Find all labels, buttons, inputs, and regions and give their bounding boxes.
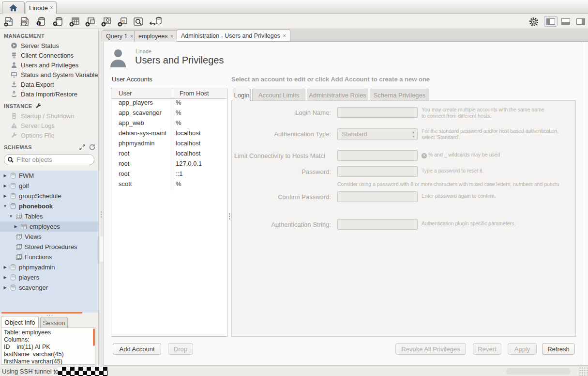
create-procedure-icon[interactable] xyxy=(100,16,113,28)
schema-filter-box[interactable] xyxy=(4,154,94,165)
search-data-icon[interactable] xyxy=(132,16,145,28)
server-status-icon xyxy=(11,42,17,49)
spinner-arrows-icon[interactable]: ▲▼ xyxy=(412,130,415,139)
inspect-database-icon[interactable]: i xyxy=(34,16,48,28)
chevron-right-icon[interactable]: ▶ xyxy=(3,194,7,198)
sidebar-item-status-system-variables[interactable]: Status and System Variables xyxy=(0,70,98,79)
splitter-grip[interactable] xyxy=(46,314,53,316)
tab-employees[interactable]: employees × xyxy=(134,31,178,42)
reconnect-dba-icon[interactable] xyxy=(149,16,163,28)
object-info-panel: Table: employees Columns: ID int(11) AI … xyxy=(1,328,95,365)
chevron-right-icon[interactable]: ▶ xyxy=(3,173,7,178)
tree-item-schema-phonebook[interactable]: ▼ phonebook xyxy=(0,201,98,211)
tab-session[interactable]: Session xyxy=(40,317,68,328)
password-input[interactable] xyxy=(337,166,418,177)
sidebar-item-startup-shutdown[interactable]: Startup / Shutdown xyxy=(0,111,98,121)
sidebar-item-data-import[interactable]: Data Import/Restore xyxy=(0,89,98,99)
table-row[interactable]: scott% xyxy=(111,180,227,190)
new-sql-tab-icon[interactable]: SQL xyxy=(2,16,15,28)
chevron-down-icon[interactable]: ▼ xyxy=(9,214,13,219)
revert-button[interactable]: Revert xyxy=(473,343,501,355)
schema-filter-input[interactable] xyxy=(16,156,89,163)
tree-item-schema[interactable]: ▶ scavenger xyxy=(0,282,98,293)
toggle-sidebar-button[interactable] xyxy=(544,16,558,27)
chevron-right-icon[interactable]: ▶ xyxy=(3,275,7,280)
sidebar-item-users-and-privileges[interactable]: Users and Privileges xyxy=(0,60,98,70)
column-header-from-host[interactable]: From Host xyxy=(172,88,209,98)
refresh-schemas-icon[interactable] xyxy=(89,144,95,150)
sidebar-item-server-status[interactable]: Server Status xyxy=(0,41,98,50)
add-account-button[interactable]: Add Account xyxy=(113,343,161,355)
chevron-right-icon[interactable]: ▶ xyxy=(14,224,18,229)
table-row[interactable]: phpmyadminlocalhost xyxy=(111,140,227,150)
table-row[interactable]: debian-sys-maintlocalhost xyxy=(111,129,227,140)
tree-item-table-employees[interactable]: ▶ employees xyxy=(0,221,98,232)
table-row[interactable]: root127.0.0.1 xyxy=(111,160,227,170)
open-sql-script-icon[interactable]: SQL xyxy=(18,16,31,28)
tree-item-schema[interactable]: ▶ golf xyxy=(0,181,98,191)
home-tab[interactable] xyxy=(2,1,25,14)
close-icon[interactable]: × xyxy=(50,5,53,11)
tree-item-tables-folder[interactable]: ▼ Tables xyxy=(0,211,98,221)
chevron-right-icon[interactable]: ▶ xyxy=(3,285,7,290)
tab-schema-privileges[interactable]: Schema Privileges xyxy=(370,89,429,101)
tree-item-schema[interactable]: ▶ FWM xyxy=(0,171,98,181)
create-schema-icon[interactable] xyxy=(51,16,65,28)
chevron-down-icon[interactable]: ▼ xyxy=(3,204,7,208)
auth-type-select[interactable]: Standard ▲▼ xyxy=(337,128,418,140)
tree-item-schema[interactable]: ▶ players xyxy=(0,272,98,282)
tab-account-limits[interactable]: Account Limits xyxy=(252,89,305,101)
table-row[interactable]: rootlocalhost xyxy=(111,150,227,160)
password-note: Consider using a password with 8 or more… xyxy=(337,181,575,187)
toggle-output-button[interactable] xyxy=(559,16,573,27)
user-accounts-table: User From Host app_players% app_scavenge… xyxy=(111,88,227,337)
create-view-icon[interactable] xyxy=(84,16,97,28)
tree-item-schema[interactable]: ▶ phpmyadmin xyxy=(0,262,98,272)
sidebar-item-options-file[interactable]: Options File xyxy=(0,130,98,140)
tree-item-functions-folder[interactable]: Functions xyxy=(0,252,98,262)
confirm-password-input[interactable] xyxy=(337,191,418,202)
limit-hosts-input[interactable] xyxy=(337,150,418,161)
toggle-secondary-sidebar-button[interactable] xyxy=(574,16,588,27)
drop-button[interactable]: Drop xyxy=(168,343,193,355)
revoke-all-privileges-button[interactable]: Revoke All Privileges xyxy=(395,343,466,355)
views-folder-icon xyxy=(15,234,22,240)
sidebar-splitter[interactable] xyxy=(98,29,104,366)
close-icon[interactable]: × xyxy=(130,33,133,39)
sidebar-item-data-export[interactable]: Data Export xyxy=(0,79,98,89)
expand-schemas-icon[interactable] xyxy=(79,144,85,150)
login-name-input[interactable] xyxy=(337,107,418,118)
sidebar-item-client-connections[interactable]: Client Connections xyxy=(0,50,98,60)
resize-grip[interactable] xyxy=(579,367,588,376)
tab-administration-users-privileges[interactable]: Administration - Users and Privileges × xyxy=(177,30,290,42)
gear-icon[interactable] xyxy=(527,16,541,28)
table-row[interactable]: app_scavenger% xyxy=(111,109,227,119)
table-row[interactable]: app_web% xyxy=(111,119,227,129)
tab-query-1[interactable]: Query 1 × xyxy=(102,31,137,42)
editor-tab-bar: Query 1 × employees × Administration - U… xyxy=(104,29,588,42)
connection-name: Linode xyxy=(136,48,151,54)
tab-object-info[interactable]: Object Info xyxy=(1,316,39,328)
auth-string-input[interactable] xyxy=(337,219,418,230)
user-icon xyxy=(11,62,17,68)
chevron-right-icon[interactable]: ▶ xyxy=(3,265,7,269)
table-row[interactable]: app_players% xyxy=(111,99,227,109)
tree-item-stored-procedures-folder[interactable]: Stored Procedures xyxy=(0,242,98,252)
tab-login[interactable]: Login xyxy=(233,89,251,101)
column-header-user[interactable]: User xyxy=(111,88,172,98)
close-icon[interactable]: × xyxy=(283,33,286,39)
apply-button[interactable]: Apply xyxy=(508,343,537,355)
scrollbar-thumb[interactable] xyxy=(93,329,95,346)
connection-tab[interactable]: Linode × xyxy=(26,1,57,14)
refresh-button[interactable]: Refresh xyxy=(542,343,575,355)
create-table-icon[interactable] xyxy=(68,16,81,28)
scrollbar-thumb[interactable] xyxy=(100,236,103,262)
chevron-right-icon[interactable]: ▶ xyxy=(3,184,7,188)
create-function-icon[interactable]: f() xyxy=(116,16,130,28)
table-row[interactable]: root::1 xyxy=(111,170,227,180)
close-icon[interactable]: × xyxy=(170,33,173,39)
sidebar-item-server-logs[interactable]: Server Logs xyxy=(0,121,98,130)
tab-administrative-roles[interactable]: Administrative Roles xyxy=(307,89,368,101)
tree-item-schema[interactable]: ▶ groupSchedule xyxy=(0,191,98,201)
tree-item-views-folder[interactable]: Views xyxy=(0,232,98,242)
